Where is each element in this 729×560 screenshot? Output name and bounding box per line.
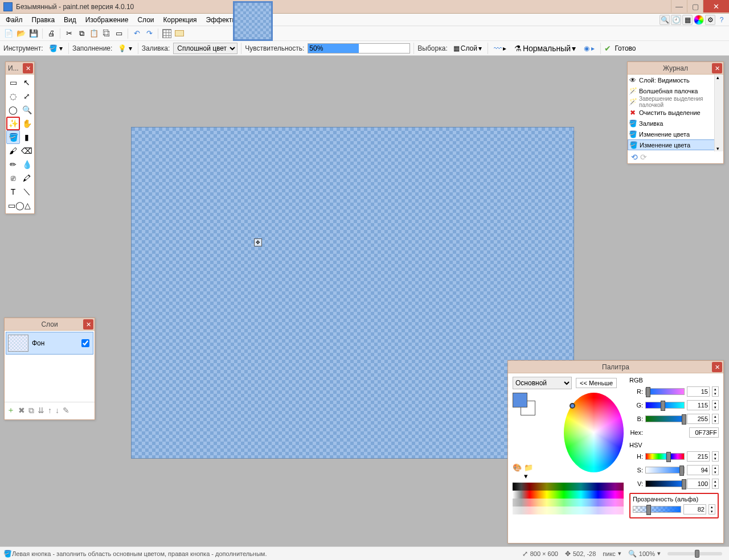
b-spinner[interactable]: ▴▾ — [712, 414, 719, 424]
history-scrollbar[interactable] — [714, 75, 723, 151]
brush-tool[interactable]: 🖌 — [6, 144, 20, 158]
open-icon[interactable]: 📂 — [16, 28, 26, 39]
add-layer-icon[interactable]: ＋ — [7, 405, 15, 415]
print-icon[interactable]: 🖨 — [46, 28, 56, 39]
magic-wand-tool[interactable]: ✨ — [6, 117, 20, 130]
history-item[interactable]: 👁Слой: Видимость — [628, 75, 723, 85]
paste-icon[interactable]: 📋 — [89, 28, 99, 39]
layers-close-button[interactable]: ✕ — [83, 319, 93, 330]
settings-icon[interactable]: ⚙ — [705, 15, 715, 25]
history-item[interactable]: 🪄Волшебная палочка — [628, 85, 723, 96]
colors-window-icon[interactable] — [694, 15, 704, 25]
layer-props-icon[interactable]: ✎ — [63, 406, 69, 415]
color-mode-select[interactable]: Основной — [513, 377, 572, 389]
clone-tool[interactable]: ⎚ — [6, 171, 20, 185]
s-spinner[interactable]: ▴▾ — [712, 465, 719, 475]
v-slider[interactable] — [645, 480, 685, 487]
move-selection-tool[interactable]: ⤢ — [20, 89, 34, 103]
move-down-icon[interactable]: ↓ — [55, 406, 59, 415]
h-slider[interactable] — [645, 453, 685, 460]
history-undo-icon[interactable]: ⟲ — [631, 153, 638, 162]
h-input[interactable] — [687, 451, 710, 462]
b-input[interactable] — [687, 414, 710, 424]
antialias-selector[interactable]: 〰 ▸ — [492, 43, 509, 54]
b-slider[interactable] — [645, 415, 685, 422]
alpha-spinner[interactable]: ▴▾ — [708, 504, 715, 514]
history-redo-icon[interactable]: ⟳ — [640, 153, 647, 162]
s-slider[interactable] — [645, 467, 685, 473]
cut-icon[interactable]: ✂ — [64, 28, 74, 39]
h-spinner[interactable]: ▴▾ — [712, 451, 719, 462]
v-spinner[interactable]: ▴▾ — [712, 479, 719, 489]
color-wheel[interactable] — [564, 393, 624, 472]
delete-layer-icon[interactable]: ✖ — [18, 406, 25, 415]
save-icon[interactable]: 💾 — [28, 28, 39, 39]
alpha-input[interactable] — [683, 504, 706, 514]
layer-visible-checkbox[interactable] — [81, 339, 89, 347]
gradient-tool[interactable]: ▮ — [20, 130, 34, 144]
duplicate-layer-icon[interactable]: ⧉ — [28, 406, 34, 415]
commit-icon[interactable]: ✔ — [604, 44, 611, 53]
color-swatches[interactable] — [513, 393, 535, 415]
ruler-icon[interactable] — [174, 28, 185, 39]
layer-row[interactable]: Фон — [6, 332, 93, 355]
history-item[interactable]: 🪣Изменение цвета — [628, 129, 723, 139]
eraser-tool[interactable]: ⌫ — [20, 144, 34, 158]
g-input[interactable] — [687, 400, 710, 410]
menu-adjust[interactable]: Коррекция — [159, 15, 202, 25]
tools-close-button[interactable]: ✕ — [23, 63, 33, 73]
g-spinner[interactable]: ▴▾ — [712, 400, 719, 410]
redo-icon[interactable]: ↷ — [144, 28, 154, 39]
v-input[interactable] — [687, 479, 710, 489]
line-tool[interactable]: ＼ — [20, 185, 34, 199]
tool-selector[interactable]: 🪣 ▾ — [47, 43, 65, 53]
fillmode-selector[interactable]: 💡 ▾ — [116, 43, 134, 53]
history-item[interactable]: 🪄Завершение выделения палочкой — [628, 96, 723, 107]
zoom-slider[interactable] — [667, 552, 722, 555]
tools-window-icon[interactable]: 🔍 — [660, 15, 670, 25]
menu-file[interactable]: Файл — [1, 15, 27, 25]
add-color-icon[interactable]: 🎨 — [513, 463, 522, 480]
g-slider[interactable] — [645, 402, 685, 409]
new-icon[interactable]: 📄 — [3, 28, 14, 39]
manage-palette-icon[interactable]: 📁▾ — [524, 463, 535, 480]
minimize-button[interactable]: — — [671, 0, 687, 13]
crop-icon[interactable]: ⿻ — [101, 28, 112, 39]
text-tool[interactable]: T — [6, 185, 20, 199]
sampling-selector[interactable]: ▦ Слой ▾ — [451, 43, 484, 53]
help-icon[interactable]: ? — [716, 15, 727, 25]
recolor-tool[interactable]: 🖍 — [20, 171, 34, 185]
menu-image[interactable]: Изображение — [81, 15, 133, 25]
history-close-button[interactable]: ✕ — [712, 63, 722, 73]
rect-select-tool[interactable]: ▭ — [6, 76, 20, 89]
tolerance-slider[interactable]: 50% — [308, 43, 410, 53]
history-window-icon[interactable]: 🕘 — [671, 15, 681, 25]
fill-select[interactable]: Сплошной цвет — [173, 43, 237, 54]
palette-grid[interactable] — [513, 483, 624, 514]
colors-close-button[interactable]: ✕ — [712, 362, 722, 372]
menu-layers[interactable]: Слои — [133, 15, 158, 25]
overwrite-selector[interactable]: ◉ ▸ — [581, 43, 597, 53]
merge-layer-icon[interactable]: ⇊ — [38, 406, 44, 415]
primary-color[interactable] — [513, 393, 527, 407]
paint-bucket-tool[interactable]: 🪣 — [6, 130, 20, 144]
shapes-tool[interactable]: ▭◯△ — [6, 199, 20, 212]
copy-icon[interactable]: ⧉ — [76, 28, 87, 39]
move-tool[interactable]: ↖ — [20, 76, 34, 89]
less-button[interactable]: << Меньше — [576, 378, 617, 388]
move-up-icon[interactable]: ↑ — [48, 406, 52, 415]
history-item[interactable]: 🪣Изменение цвета — [628, 139, 723, 150]
undo-icon[interactable]: ↶ — [132, 28, 142, 39]
zoom-tool[interactable]: 🔍 — [20, 103, 34, 117]
r-input[interactable] — [687, 386, 710, 397]
pan-tool[interactable]: ✋ — [20, 117, 34, 130]
lasso-tool[interactable]: ◌ — [6, 89, 20, 103]
document-thumbnail[interactable] — [233, 1, 273, 41]
r-spinner[interactable]: ▴▾ — [712, 386, 719, 397]
maximize-button[interactable]: ▢ — [687, 0, 703, 13]
hex-input[interactable] — [689, 427, 719, 438]
menu-view[interactable]: Вид — [59, 15, 81, 25]
close-button[interactable]: ✕ — [703, 0, 729, 13]
grid-icon[interactable] — [162, 28, 172, 39]
menu-edit[interactable]: Правка — [27, 15, 60, 25]
